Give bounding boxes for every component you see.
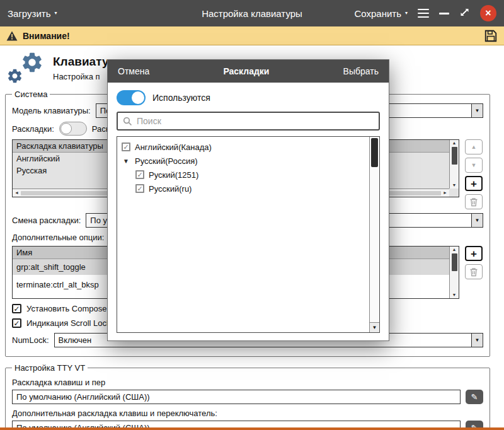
dialog-body: Используются Поиск ✓ Английский(Канада) … bbox=[108, 83, 389, 340]
add-layout-button[interactable]: + bbox=[465, 176, 483, 191]
chevron-down-icon: ▼ bbox=[471, 214, 483, 227]
close-button[interactable]: × bbox=[480, 5, 496, 21]
dialog-title: Раскладки bbox=[223, 66, 269, 76]
scroll-down-button[interactable]: ▼ bbox=[370, 322, 379, 332]
scroll-left-icon[interactable]: ◄ bbox=[14, 190, 19, 196]
scrollbar-thumb[interactable] bbox=[452, 253, 457, 271]
close-icon: × bbox=[485, 8, 491, 19]
save-menu-label: Сохранить bbox=[354, 8, 401, 19]
scroll-down-icon[interactable]: ▼ bbox=[452, 182, 457, 189]
caret-down-icon: ▾ bbox=[405, 11, 408, 16]
search-placeholder: Поиск bbox=[137, 116, 161, 126]
keyboard-gears-icon bbox=[6, 50, 45, 86]
vertical-scrollbar[interactable]: ▲ ▼ bbox=[449, 247, 459, 298]
tree-item-label: Русский(Россия) bbox=[135, 156, 198, 166]
dialog-header: Отмена Раскладки Выбрать bbox=[108, 60, 389, 83]
scrolllock-checkbox[interactable]: ✓ bbox=[12, 318, 21, 328]
layouts-toggle[interactable] bbox=[59, 122, 87, 136]
scrolllock-label: Индикация Scroll Lock bbox=[26, 318, 111, 328]
trash-icon bbox=[469, 267, 478, 277]
warning-text: Внимание! bbox=[23, 31, 70, 41]
tree-item[interactable]: ✓ Русский(ru) bbox=[122, 182, 367, 195]
tty-layout-label: Раскладка клавиш и пер bbox=[12, 378, 483, 387]
edit-tty-alt-layout-button[interactable]: ✎ bbox=[466, 421, 483, 427]
warning-icon bbox=[6, 31, 18, 41]
plus-icon: + bbox=[471, 178, 477, 189]
tree-item[interactable]: ▼ Русский(Россия) bbox=[122, 154, 367, 168]
delete-layout-button[interactable] bbox=[465, 194, 483, 209]
move-down-button[interactable]: ▼ bbox=[465, 158, 483, 173]
down-arrow-icon: ▼ bbox=[372, 325, 377, 330]
minimize-button[interactable] bbox=[439, 13, 449, 15]
tree-item-label: Английский(Канада) bbox=[135, 142, 212, 152]
tree-item-label: Руский(1251) bbox=[149, 170, 198, 180]
layouts-label: Раскладки: bbox=[12, 124, 54, 134]
used-toggle[interactable] bbox=[117, 90, 146, 105]
layout-switch-label: Смена раскладки: bbox=[12, 216, 81, 225]
caret-down-icon: ▾ bbox=[55, 11, 57, 16]
check-icon: ✓ bbox=[137, 171, 142, 178]
system-legend: Система bbox=[12, 90, 50, 99]
scroll-right-icon[interactable]: ► bbox=[443, 190, 447, 196]
toggle-knob bbox=[60, 123, 72, 134]
checkbox-checked[interactable]: ✓ bbox=[122, 142, 130, 151]
vertical-scrollbar[interactable]: ▼ bbox=[369, 137, 379, 332]
scrollbar-thumb[interactable] bbox=[452, 147, 457, 165]
down-arrow-icon: ▼ bbox=[471, 162, 477, 168]
warning-bar: Внимание! bbox=[0, 26, 504, 45]
expand-button[interactable] bbox=[459, 7, 470, 20]
tty-legend: Настройка TTY VT bbox=[12, 363, 88, 373]
used-toggle-label: Используются bbox=[152, 93, 210, 103]
minimize-icon bbox=[439, 13, 449, 15]
chevron-down-icon: ▼ bbox=[471, 104, 483, 117]
save-file-button[interactable] bbox=[484, 29, 498, 43]
scroll-up-icon[interactable]: ▲ bbox=[452, 140, 457, 146]
toggle-knob bbox=[132, 91, 144, 104]
tty-group: Настройка TTY VT Раскладка клавиш и пер … bbox=[5, 363, 490, 427]
plus-icon: + bbox=[471, 248, 477, 259]
save-menu-button[interactable]: Сохранить ▾ bbox=[354, 8, 408, 19]
search-input[interactable]: Поиск bbox=[117, 112, 380, 131]
scrollbar-thumb[interactable] bbox=[371, 138, 378, 167]
tree-item-label: Русский(ru) bbox=[149, 184, 192, 194]
titlebar: Настройка клавиатуры Загрузить ▾ Сохрани… bbox=[0, 0, 504, 26]
search-icon bbox=[123, 117, 132, 126]
up-arrow-icon: ▲ bbox=[471, 144, 477, 150]
add-option-button[interactable]: + bbox=[465, 246, 483, 261]
keyboard-model-label: Модель клавиатуры: bbox=[12, 106, 91, 115]
check-icon: ✓ bbox=[13, 320, 20, 327]
check-icon: ✓ bbox=[123, 144, 129, 151]
checkbox-checked[interactable]: ✓ bbox=[135, 184, 144, 193]
dialog-select-button[interactable]: Выбрать bbox=[343, 66, 379, 76]
pencil-icon: ✎ bbox=[471, 392, 478, 402]
check-icon: ✓ bbox=[13, 305, 20, 313]
tty-layout-field[interactable]: По умолчанию (Английский (США)) bbox=[12, 390, 461, 404]
expand-icon bbox=[459, 7, 470, 18]
floppy-icon bbox=[484, 29, 498, 43]
trash-icon bbox=[469, 197, 478, 207]
check-icon: ✓ bbox=[137, 185, 142, 192]
layouts-tree: ✓ Английский(Канада) ▼ Русский(Россия) ✓… bbox=[117, 136, 380, 333]
tree-item[interactable]: ✓ Английский(Канада) bbox=[122, 140, 367, 154]
chevron-down-icon: ▼ bbox=[471, 334, 483, 347]
vertical-scrollbar[interactable]: ▲ ▼ bbox=[449, 140, 459, 189]
numlock-label: NumLock: bbox=[12, 335, 49, 345]
hamburger-icon bbox=[418, 9, 429, 18]
layouts-dialog: Отмена Раскладки Выбрать Используются По… bbox=[107, 59, 389, 341]
move-up-button[interactable]: ▲ bbox=[465, 139, 483, 154]
load-menu-button[interactable]: Загрузить ▾ bbox=[8, 8, 57, 19]
pencil-icon: ✎ bbox=[471, 423, 478, 427]
edit-tty-layout-button[interactable]: ✎ bbox=[466, 390, 483, 404]
tty-alt-layout-label: Дополнительная раскладка клавиш и перекл… bbox=[12, 409, 483, 418]
tree-item[interactable]: ✓ Руский(1251) bbox=[122, 168, 367, 182]
tty-alt-layout-field[interactable]: По умолчанию (Английский (США)) bbox=[12, 421, 461, 427]
dialog-cancel-button[interactable]: Отмена bbox=[118, 66, 149, 76]
compose-checkbox[interactable]: ✓ bbox=[12, 304, 21, 313]
expander-down-icon[interactable]: ▼ bbox=[122, 158, 130, 165]
scroll-up-icon[interactable]: ▲ bbox=[452, 247, 457, 253]
load-menu-label: Загрузить bbox=[8, 8, 51, 19]
checkbox-checked[interactable]: ✓ bbox=[135, 170, 144, 179]
main-menu-button[interactable] bbox=[418, 6, 429, 20]
scroll-down-icon[interactable]: ▼ bbox=[452, 292, 457, 298]
delete-option-button[interactable] bbox=[465, 264, 483, 279]
